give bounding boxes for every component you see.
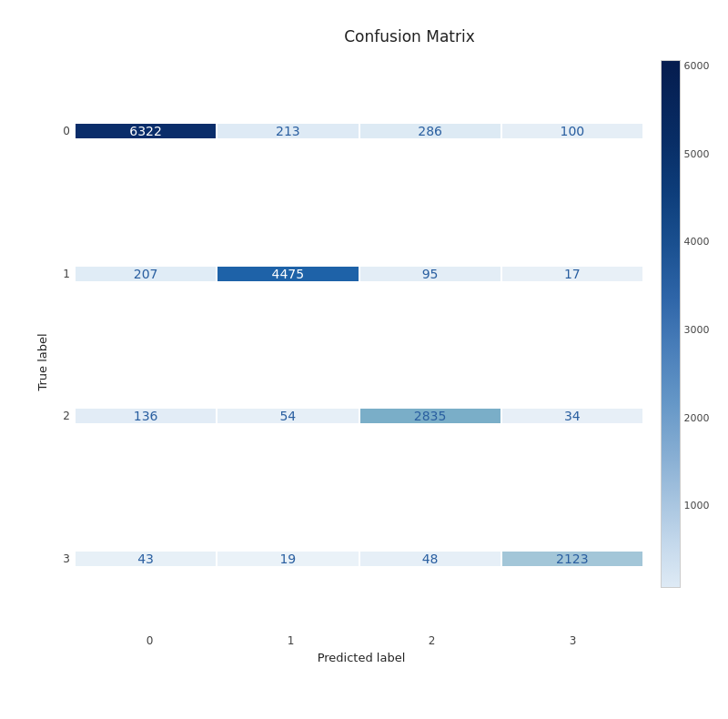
- cell-2-0: 136: [75, 408, 217, 424]
- matrix-row-1: 120744759517: [55, 203, 643, 346]
- chart-area: True label 06322213286100120744759517213…: [55, 60, 710, 664]
- cells-row-2: 13654283534: [75, 408, 643, 424]
- matrix-row-2: 213654283534: [55, 345, 643, 488]
- colorbar-tick-1: 5000: [684, 148, 710, 160]
- ytick-3: 3: [55, 552, 75, 565]
- cell-2-3: 34: [501, 408, 643, 424]
- cell-1-0: 207: [75, 266, 217, 282]
- colorbar-wrapper: 600050004000300020001000: [660, 60, 710, 664]
- colorbar-tick-4: 2000: [684, 412, 710, 424]
- colorbar-tick-0: 6000: [684, 60, 710, 72]
- cell-1-2: 95: [359, 266, 501, 282]
- cell-3-1: 19: [217, 551, 359, 567]
- cell-3-2: 48: [359, 551, 501, 567]
- colorbar-ticks: 600050004000300020001000: [684, 60, 710, 588]
- matrix-row-3: 34319482123: [55, 488, 643, 631]
- cells-row-0: 6322213286100: [75, 123, 643, 139]
- cell-3-3: 2123: [501, 551, 643, 567]
- xtick-2: 2: [361, 630, 502, 647]
- x-ticks: 0123: [79, 630, 643, 647]
- colorbar-gradient: [661, 60, 681, 588]
- cells-row-3: 4319482123: [75, 551, 643, 567]
- matrix-wrapper: True label 06322213286100120744759517213…: [55, 60, 643, 664]
- cell-0-2: 286: [359, 123, 501, 139]
- colorbar-tick-2: 4000: [684, 236, 710, 248]
- matrix-grid: 0632221328610012074475951721365428353434…: [55, 60, 643, 630]
- xtick-0: 0: [79, 630, 220, 647]
- xtick-3: 3: [502, 630, 643, 647]
- cell-0-0: 6322: [75, 123, 217, 139]
- cell-2-2: 2835: [359, 408, 501, 424]
- cell-2-1: 54: [217, 408, 359, 424]
- colorbar-tick-3: 3000: [684, 324, 710, 336]
- figure: Confusion Matrix True label 063222132861…: [0, 0, 728, 719]
- chart-title: Confusion Matrix: [344, 27, 475, 46]
- ytick-2: 2: [55, 410, 75, 422]
- colorbar-tick-5: 1000: [684, 500, 710, 511]
- xtick-1: 1: [220, 630, 361, 647]
- cell-0-3: 100: [501, 123, 643, 139]
- cell-1-3: 17: [501, 266, 643, 282]
- ytick-0: 0: [55, 125, 75, 137]
- matrix-row-0: 06322213286100: [55, 60, 643, 203]
- cell-1-1: 4475: [217, 266, 359, 282]
- x-axis-label: Predicted label: [79, 651, 643, 664]
- cell-0-1: 213: [217, 123, 359, 139]
- cells-row-1: 20744759517: [75, 266, 643, 282]
- y-axis-label: True label: [35, 333, 49, 390]
- cell-3-0: 43: [75, 551, 217, 567]
- ytick-1: 1: [55, 268, 75, 280]
- colorbar-row: 600050004000300020001000: [661, 60, 710, 588]
